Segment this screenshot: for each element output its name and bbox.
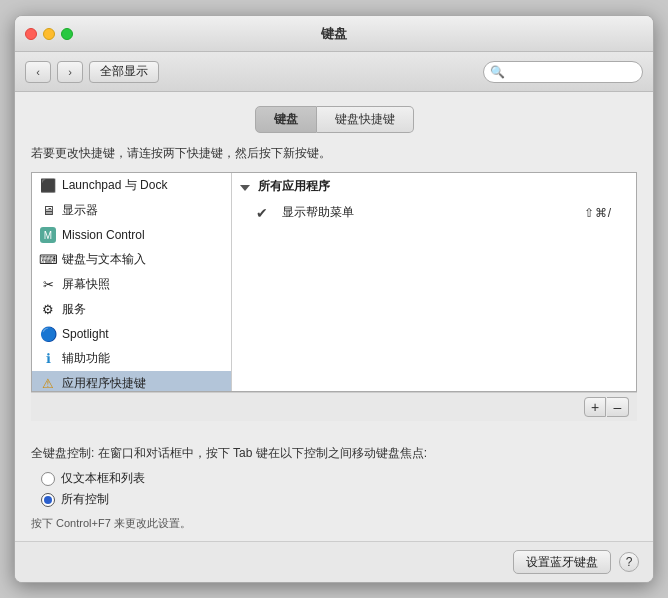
instruction-text: 若要更改快捷键，请连按两下快捷键，然后按下新按键。 [31, 145, 637, 162]
radio-circle-all-controls [41, 493, 55, 507]
traffic-lights [25, 28, 73, 40]
services-icon: ⚙ [40, 302, 56, 318]
radio-group: 仅文本框和列表 所有控制 [41, 470, 637, 508]
search-box: 🔍 [483, 61, 643, 83]
row-label-0: 显示帮助菜单 [282, 204, 584, 221]
forward-button[interactable]: › [57, 61, 83, 83]
toolbar: ‹ › 全部显示 🔍 [15, 52, 653, 92]
window-title: 键盘 [321, 25, 347, 43]
launchpad-icon: ⬛ [40, 178, 56, 194]
display-icon: 🖥 [40, 203, 56, 219]
left-item-keyboard-input[interactable]: ⌨ 键盘与文本输入 [32, 247, 231, 272]
left-panel: ⬛ Launchpad 与 Dock 🖥 显示器 M Mission Contr… [32, 173, 232, 391]
tab-bar: 键盘 键盘快捷键 [31, 106, 637, 133]
footer-section: 全键盘控制: 在窗口和对话框中，按下 Tab 键在以下控制之间移动键盘焦点: 仅… [15, 435, 653, 541]
bt-keyboard-button[interactable]: 设置蓝牙键盘 [513, 550, 611, 574]
footer-label: 全键盘控制: 在窗口和对话框中，按下 Tab 键在以下控制之间移动键盘焦点: [31, 445, 637, 462]
search-input[interactable] [483, 61, 643, 83]
footer-note: 按下 Control+F7 来更改此设置。 [31, 516, 637, 531]
main-window: 键盘 ‹ › 全部显示 🔍 键盘 键盘快捷键 若要更改快捷键，请连按两下快捷键，… [14, 15, 654, 583]
search-icon: 🔍 [490, 65, 505, 79]
left-item-label-keyboard-input: 键盘与文本输入 [62, 251, 146, 268]
row-shortcut-0: ⇧⌘/ [584, 206, 612, 220]
right-group-header[interactable]: 所有应用程序 [232, 173, 636, 200]
left-item-app-shortcuts[interactable]: ⚠ 应用程序快捷键 [32, 371, 231, 391]
tab-shortcuts[interactable]: 键盘快捷键 [317, 106, 414, 133]
left-item-screenshot[interactable]: ✂ 屏幕快照 [32, 272, 231, 297]
tab-keyboard[interactable]: 键盘 [255, 106, 317, 133]
left-item-launchpad[interactable]: ⬛ Launchpad 与 Dock [32, 173, 231, 198]
left-item-label-mission: Mission Control [62, 228, 145, 242]
remove-button[interactable]: – [607, 397, 629, 417]
right-row-0: ✔ 显示帮助菜单 ⇧⌘/ [232, 200, 636, 225]
keyboard-input-icon: ⌨ [40, 252, 56, 268]
maximize-button[interactable] [61, 28, 73, 40]
left-item-accessibility[interactable]: ℹ 辅助功能 [32, 346, 231, 371]
add-button[interactable]: + [584, 397, 606, 417]
left-item-label-screenshot: 屏幕快照 [62, 276, 110, 293]
left-item-label-services: 服务 [62, 301, 86, 318]
left-item-display[interactable]: 🖥 显示器 [32, 198, 231, 223]
left-item-label-display: 显示器 [62, 202, 98, 219]
back-button[interactable]: ‹ [25, 61, 51, 83]
radio-text-only[interactable]: 仅文本框和列表 [41, 470, 637, 487]
left-item-spotlight[interactable]: 🔵 Spotlight [32, 322, 231, 346]
checkbox-0[interactable]: ✔ [256, 205, 272, 221]
radio-dot-all-controls [44, 496, 52, 504]
app-shortcuts-icon: ⚠ [40, 376, 56, 392]
mission-icon: M [40, 227, 56, 243]
left-item-mission[interactable]: M Mission Control [32, 223, 231, 247]
left-item-services[interactable]: ⚙ 服务 [32, 297, 231, 322]
help-button[interactable]: ? [619, 552, 639, 572]
radio-all-controls[interactable]: 所有控制 [41, 491, 637, 508]
right-panel: 所有应用程序 ✔ 显示帮助菜单 ⇧⌘/ [232, 173, 636, 391]
window-footer: 设置蓝牙键盘 ? [15, 541, 653, 582]
group-collapse-icon [240, 180, 254, 194]
titlebar: 键盘 [15, 16, 653, 52]
content-area: 键盘 键盘快捷键 若要更改快捷键，请连按两下快捷键，然后按下新按键。 ⬛ Lau… [15, 92, 653, 435]
radio-circle-text-only [41, 472, 55, 486]
panels: ⬛ Launchpad 与 Dock 🖥 显示器 M Mission Contr… [31, 172, 637, 392]
left-item-label-spotlight: Spotlight [62, 327, 109, 341]
screenshot-icon: ✂ [40, 277, 56, 293]
add-remove-bar: + – [31, 392, 637, 421]
triangle-down-icon [240, 185, 250, 191]
accessibility-icon: ℹ [40, 351, 56, 367]
left-item-label-app-shortcuts: 应用程序快捷键 [62, 375, 146, 391]
radio-label-all-controls: 所有控制 [61, 491, 109, 508]
radio-label-text-only: 仅文本框和列表 [61, 470, 145, 487]
left-item-label-accessibility: 辅助功能 [62, 350, 110, 367]
show-all-button[interactable]: 全部显示 [89, 61, 159, 83]
group-label: 所有应用程序 [258, 178, 330, 195]
spotlight-icon: 🔵 [40, 326, 56, 342]
minimize-button[interactable] [43, 28, 55, 40]
left-item-label-launchpad: Launchpad 与 Dock [62, 177, 167, 194]
close-button[interactable] [25, 28, 37, 40]
